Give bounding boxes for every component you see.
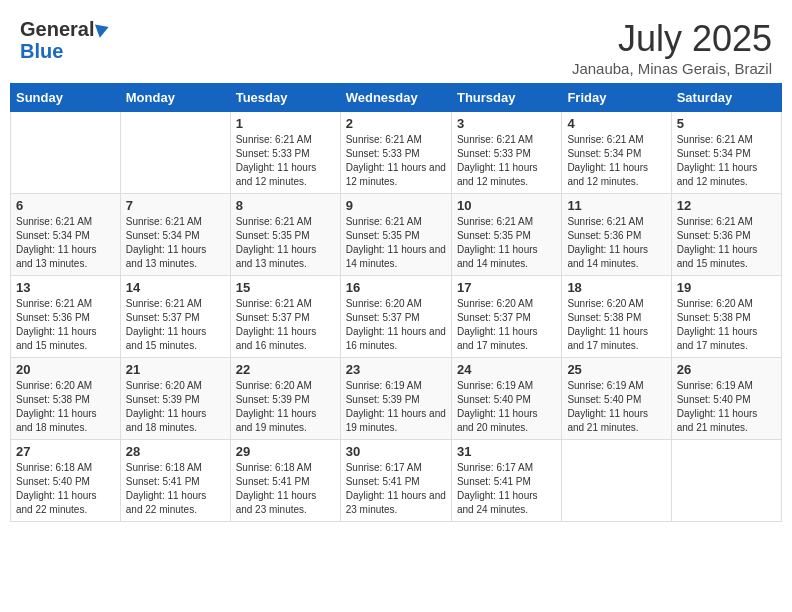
day-info: Sunrise: 6:21 AM Sunset: 5:35 PM Dayligh… bbox=[346, 215, 446, 271]
day-info: Sunrise: 6:20 AM Sunset: 5:37 PM Dayligh… bbox=[457, 297, 556, 353]
calendar-day-cell bbox=[120, 112, 230, 194]
day-number: 2 bbox=[346, 116, 446, 131]
day-info: Sunrise: 6:21 AM Sunset: 5:33 PM Dayligh… bbox=[346, 133, 446, 189]
calendar-week-row: 27Sunrise: 6:18 AM Sunset: 5:40 PM Dayli… bbox=[11, 440, 782, 522]
calendar-day-cell: 11Sunrise: 6:21 AM Sunset: 5:36 PM Dayli… bbox=[562, 194, 671, 276]
logo: General Blue bbox=[20, 18, 109, 62]
calendar-day-cell: 28Sunrise: 6:18 AM Sunset: 5:41 PM Dayli… bbox=[120, 440, 230, 522]
day-info: Sunrise: 6:21 AM Sunset: 5:34 PM Dayligh… bbox=[677, 133, 776, 189]
calendar-day-cell: 18Sunrise: 6:20 AM Sunset: 5:38 PM Dayli… bbox=[562, 276, 671, 358]
location-title: Janauba, Minas Gerais, Brazil bbox=[572, 60, 772, 77]
calendar-day-cell: 10Sunrise: 6:21 AM Sunset: 5:35 PM Dayli… bbox=[451, 194, 561, 276]
day-info: Sunrise: 6:21 AM Sunset: 5:34 PM Dayligh… bbox=[126, 215, 225, 271]
logo-general: General bbox=[20, 18, 94, 40]
day-info: Sunrise: 6:19 AM Sunset: 5:40 PM Dayligh… bbox=[677, 379, 776, 435]
day-number: 25 bbox=[567, 362, 665, 377]
day-info: Sunrise: 6:21 AM Sunset: 5:37 PM Dayligh… bbox=[126, 297, 225, 353]
calendar-day-cell: 3Sunrise: 6:21 AM Sunset: 5:33 PM Daylig… bbox=[451, 112, 561, 194]
day-info: Sunrise: 6:17 AM Sunset: 5:41 PM Dayligh… bbox=[457, 461, 556, 517]
calendar-day-cell: 14Sunrise: 6:21 AM Sunset: 5:37 PM Dayli… bbox=[120, 276, 230, 358]
day-info: Sunrise: 6:17 AM Sunset: 5:41 PM Dayligh… bbox=[346, 461, 446, 517]
day-number: 22 bbox=[236, 362, 335, 377]
day-info: Sunrise: 6:21 AM Sunset: 5:33 PM Dayligh… bbox=[457, 133, 556, 189]
day-info: Sunrise: 6:20 AM Sunset: 5:39 PM Dayligh… bbox=[236, 379, 335, 435]
day-info: Sunrise: 6:20 AM Sunset: 5:38 PM Dayligh… bbox=[567, 297, 665, 353]
day-info: Sunrise: 6:21 AM Sunset: 5:36 PM Dayligh… bbox=[567, 215, 665, 271]
calendar-week-row: 1Sunrise: 6:21 AM Sunset: 5:33 PM Daylig… bbox=[11, 112, 782, 194]
day-number: 29 bbox=[236, 444, 335, 459]
calendar-day-cell: 27Sunrise: 6:18 AM Sunset: 5:40 PM Dayli… bbox=[11, 440, 121, 522]
calendar-day-cell: 1Sunrise: 6:21 AM Sunset: 5:33 PM Daylig… bbox=[230, 112, 340, 194]
weekday-header-cell: Sunday bbox=[11, 84, 121, 112]
calendar-day-cell: 22Sunrise: 6:20 AM Sunset: 5:39 PM Dayli… bbox=[230, 358, 340, 440]
calendar-day-cell: 15Sunrise: 6:21 AM Sunset: 5:37 PM Dayli… bbox=[230, 276, 340, 358]
day-info: Sunrise: 6:21 AM Sunset: 5:33 PM Dayligh… bbox=[236, 133, 335, 189]
calendar-week-row: 13Sunrise: 6:21 AM Sunset: 5:36 PM Dayli… bbox=[11, 276, 782, 358]
day-number: 5 bbox=[677, 116, 776, 131]
calendar-table: SundayMondayTuesdayWednesdayThursdayFrid… bbox=[10, 83, 782, 522]
day-number: 31 bbox=[457, 444, 556, 459]
day-number: 24 bbox=[457, 362, 556, 377]
calendar-day-cell: 31Sunrise: 6:17 AM Sunset: 5:41 PM Dayli… bbox=[451, 440, 561, 522]
logo-triangle-icon bbox=[95, 20, 111, 37]
calendar-day-cell: 2Sunrise: 6:21 AM Sunset: 5:33 PM Daylig… bbox=[340, 112, 451, 194]
day-info: Sunrise: 6:20 AM Sunset: 5:39 PM Dayligh… bbox=[126, 379, 225, 435]
calendar-day-cell: 25Sunrise: 6:19 AM Sunset: 5:40 PM Dayli… bbox=[562, 358, 671, 440]
weekday-header-cell: Friday bbox=[562, 84, 671, 112]
day-number: 15 bbox=[236, 280, 335, 295]
day-number: 28 bbox=[126, 444, 225, 459]
calendar-day-cell: 9Sunrise: 6:21 AM Sunset: 5:35 PM Daylig… bbox=[340, 194, 451, 276]
weekday-header-cell: Tuesday bbox=[230, 84, 340, 112]
day-info: Sunrise: 6:18 AM Sunset: 5:41 PM Dayligh… bbox=[236, 461, 335, 517]
day-info: Sunrise: 6:21 AM Sunset: 5:35 PM Dayligh… bbox=[236, 215, 335, 271]
day-number: 12 bbox=[677, 198, 776, 213]
calendar-day-cell bbox=[671, 440, 781, 522]
day-info: Sunrise: 6:20 AM Sunset: 5:37 PM Dayligh… bbox=[346, 297, 446, 353]
day-info: Sunrise: 6:18 AM Sunset: 5:40 PM Dayligh… bbox=[16, 461, 115, 517]
day-number: 14 bbox=[126, 280, 225, 295]
day-number: 26 bbox=[677, 362, 776, 377]
calendar-day-cell: 24Sunrise: 6:19 AM Sunset: 5:40 PM Dayli… bbox=[451, 358, 561, 440]
day-number: 19 bbox=[677, 280, 776, 295]
calendar-day-cell: 7Sunrise: 6:21 AM Sunset: 5:34 PM Daylig… bbox=[120, 194, 230, 276]
day-number: 1 bbox=[236, 116, 335, 131]
calendar-day-cell: 6Sunrise: 6:21 AM Sunset: 5:34 PM Daylig… bbox=[11, 194, 121, 276]
calendar-day-cell bbox=[11, 112, 121, 194]
calendar-day-cell: 29Sunrise: 6:18 AM Sunset: 5:41 PM Dayli… bbox=[230, 440, 340, 522]
day-info: Sunrise: 6:20 AM Sunset: 5:38 PM Dayligh… bbox=[16, 379, 115, 435]
day-info: Sunrise: 6:21 AM Sunset: 5:35 PM Dayligh… bbox=[457, 215, 556, 271]
weekday-header-cell: Thursday bbox=[451, 84, 561, 112]
day-info: Sunrise: 6:19 AM Sunset: 5:40 PM Dayligh… bbox=[567, 379, 665, 435]
day-number: 9 bbox=[346, 198, 446, 213]
day-info: Sunrise: 6:19 AM Sunset: 5:40 PM Dayligh… bbox=[457, 379, 556, 435]
day-number: 20 bbox=[16, 362, 115, 377]
day-number: 16 bbox=[346, 280, 446, 295]
day-info: Sunrise: 6:21 AM Sunset: 5:36 PM Dayligh… bbox=[677, 215, 776, 271]
day-number: 30 bbox=[346, 444, 446, 459]
weekday-header-cell: Saturday bbox=[671, 84, 781, 112]
month-title: July 2025 bbox=[572, 18, 772, 60]
calendar-day-cell: 26Sunrise: 6:19 AM Sunset: 5:40 PM Dayli… bbox=[671, 358, 781, 440]
calendar-day-cell: 13Sunrise: 6:21 AM Sunset: 5:36 PM Dayli… bbox=[11, 276, 121, 358]
weekday-header-cell: Monday bbox=[120, 84, 230, 112]
calendar-day-cell: 16Sunrise: 6:20 AM Sunset: 5:37 PM Dayli… bbox=[340, 276, 451, 358]
day-number: 18 bbox=[567, 280, 665, 295]
day-number: 6 bbox=[16, 198, 115, 213]
day-number: 10 bbox=[457, 198, 556, 213]
calendar-day-cell: 4Sunrise: 6:21 AM Sunset: 5:34 PM Daylig… bbox=[562, 112, 671, 194]
day-number: 23 bbox=[346, 362, 446, 377]
logo-blue: Blue bbox=[20, 40, 63, 62]
calendar-day-cell: 23Sunrise: 6:19 AM Sunset: 5:39 PM Dayli… bbox=[340, 358, 451, 440]
weekday-header-cell: Wednesday bbox=[340, 84, 451, 112]
calendar-day-cell: 17Sunrise: 6:20 AM Sunset: 5:37 PM Dayli… bbox=[451, 276, 561, 358]
day-number: 3 bbox=[457, 116, 556, 131]
calendar-day-cell: 12Sunrise: 6:21 AM Sunset: 5:36 PM Dayli… bbox=[671, 194, 781, 276]
day-info: Sunrise: 6:21 AM Sunset: 5:37 PM Dayligh… bbox=[236, 297, 335, 353]
day-info: Sunrise: 6:21 AM Sunset: 5:34 PM Dayligh… bbox=[567, 133, 665, 189]
day-number: 8 bbox=[236, 198, 335, 213]
calendar-day-cell: 8Sunrise: 6:21 AM Sunset: 5:35 PM Daylig… bbox=[230, 194, 340, 276]
day-number: 27 bbox=[16, 444, 115, 459]
weekday-header-row: SundayMondayTuesdayWednesdayThursdayFrid… bbox=[11, 84, 782, 112]
day-number: 11 bbox=[567, 198, 665, 213]
calendar-day-cell: 20Sunrise: 6:20 AM Sunset: 5:38 PM Dayli… bbox=[11, 358, 121, 440]
